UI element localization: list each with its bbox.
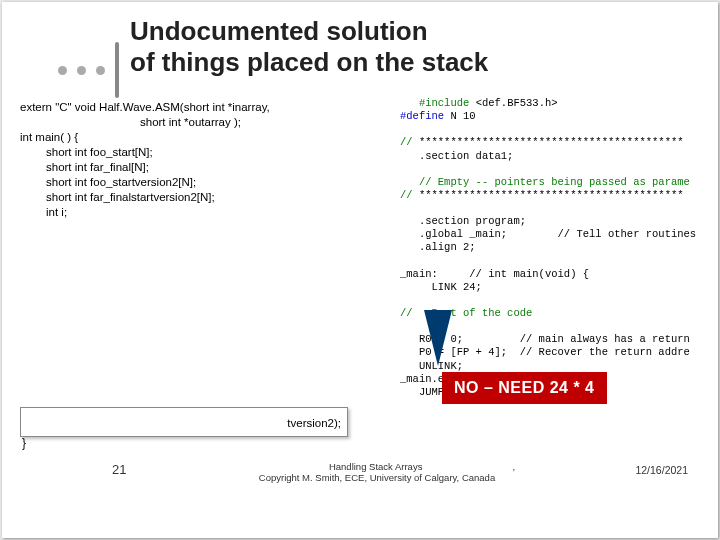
code-text: // <box>400 136 419 148</box>
footer-date: 12/16/2021 <box>635 464 688 476</box>
left-code-block: extern "C" void Half.Wave.ASM(short int … <box>20 100 400 220</box>
footer-center: Handling Stack Arrays, Copyright M. Smit… <box>242 461 512 484</box>
code-text: .section data1; <box>400 150 513 162</box>
overlay-strip: tversion2); <box>20 407 348 437</box>
code-text: <def.BF533.h> <box>476 97 558 109</box>
code-line: short int *outarray ); <box>20 115 400 130</box>
closing-brace: } <box>22 436 26 450</box>
code-line: int main( ) { <box>20 131 78 143</box>
title-line1: Undocumented solution <box>130 16 488 47</box>
bullet-bar <box>115 42 119 98</box>
code-text: N 10 <box>444 110 476 122</box>
page-title: Undocumented solution of things placed o… <box>130 16 488 78</box>
warning-box: NO – NEED 24 * 4 <box>442 372 607 404</box>
footer-title: Handling Stack Arrays <box>329 461 422 472</box>
bullet-dot <box>58 66 67 75</box>
code-line: short int foo_startversion2[N]; <box>20 175 400 190</box>
slide-number: 21 <box>112 462 126 477</box>
footer-marker: , <box>512 461 515 472</box>
code-text: .section program; <box>400 215 526 227</box>
slide: Undocumented solution of things placed o… <box>2 2 718 538</box>
code-line: extern "C" void Half.Wave.ASM(short int … <box>20 101 270 113</box>
bullet-dot <box>77 66 86 75</box>
code-text: ****************************************… <box>419 136 684 148</box>
code-text: _main: // int main(void) { <box>400 268 589 280</box>
code-line: short int foo_start[N]; <box>20 145 400 160</box>
code-text: .global _main; // Tell other routines <box>400 228 696 240</box>
code-line: int i; <box>20 205 400 220</box>
footer-copyright: Copyright M. Smith, ECE, University of C… <box>259 472 495 483</box>
title-line2: of things placed on the stack <box>130 47 488 78</box>
code-text: // Rest of the code <box>400 307 532 319</box>
overlay-tail: tversion2); <box>287 408 341 438</box>
code-text: #include <box>400 97 476 109</box>
code-text: #define <box>400 110 444 122</box>
title-bullets <box>58 42 119 98</box>
code-text: // <box>400 189 419 201</box>
bullet-dot <box>96 66 105 75</box>
code-text: LINK 24; <box>400 281 482 293</box>
code-text: ****************************************… <box>419 189 684 201</box>
arrow-down-icon <box>424 310 452 366</box>
code-line: short int far_final[N]; <box>20 160 400 175</box>
code-line: short int far_finalstartversion2[N]; <box>20 190 400 205</box>
code-text: .align 2; <box>400 241 476 253</box>
code-text: // Empty -- pointers being passed as par… <box>400 176 690 188</box>
